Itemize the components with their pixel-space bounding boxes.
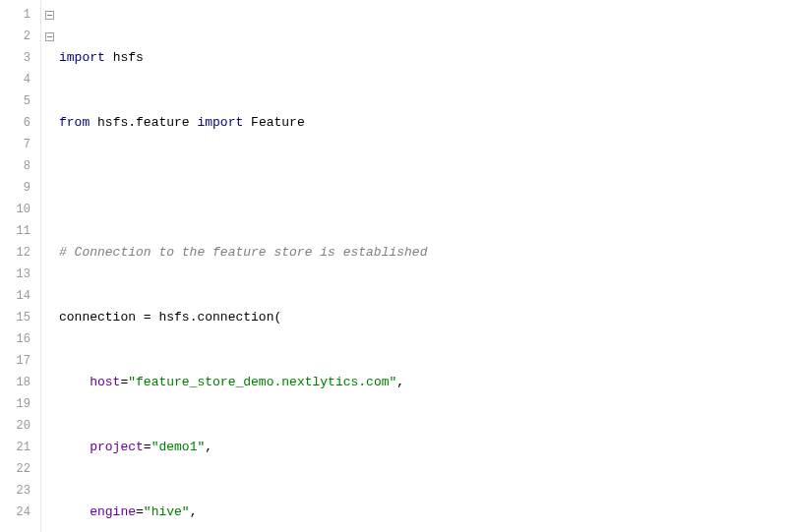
- line-number: 8: [0, 155, 30, 177]
- line-number: 21: [0, 437, 30, 458]
- line-number: 12: [0, 242, 30, 264]
- operator: =: [136, 504, 144, 519]
- punct: ,: [396, 375, 404, 389]
- line-number: 10: [0, 199, 30, 220]
- line-number: 15: [0, 307, 30, 328]
- line-number-gutter: 1 2 3 4 5 6 7 8 9 10 11 12 13 14 15 16 1…: [0, 0, 41, 532]
- operator: =: [144, 440, 151, 454]
- string: "demo1": [151, 440, 206, 454]
- identifier: connection: [59, 310, 136, 325]
- line-number: 5: [0, 90, 30, 112]
- operator: =: [136, 310, 158, 325]
- code-line: engine="hive",: [59, 502, 787, 523]
- keyword: import: [59, 50, 105, 65]
- line-number: 14: [0, 285, 30, 307]
- line-number: 24: [0, 502, 30, 523]
- keyword: from: [59, 115, 90, 130]
- line-number: 3: [0, 47, 30, 69]
- code-line: from hsfs.feature import Feature: [59, 112, 787, 134]
- keyword: import: [197, 115, 243, 130]
- code-area[interactable]: import hsfs from hsfs.feature import Fea…: [55, 0, 787, 532]
- line-number: 13: [0, 264, 30, 285]
- code-line: host="feature_store_demo.nextlytics.com"…: [59, 372, 787, 393]
- punct: ,: [205, 440, 212, 454]
- line-number: 4: [0, 69, 30, 90]
- line-number: 17: [0, 350, 30, 372]
- kwarg: engine: [90, 504, 136, 519]
- code-line: connection = hsfs.connection(: [59, 307, 787, 328]
- fold-minus-icon[interactable]: [45, 32, 54, 41]
- code-line: [59, 177, 787, 199]
- punct: ,: [190, 504, 198, 519]
- line-number: 9: [0, 177, 30, 199]
- line-number: 6: [0, 112, 30, 134]
- line-number: 16: [0, 328, 30, 350]
- code-editor: 1 2 3 4 5 6 7 8 9 10 11 12 13 14 15 16 1…: [0, 0, 787, 532]
- identifier: hsfs.feature: [97, 115, 190, 130]
- line-number: 22: [0, 458, 30, 480]
- line-number: 2: [0, 26, 30, 47]
- line-number: 19: [0, 393, 30, 415]
- call: hsfs.connection(: [158, 310, 281, 325]
- string: "hive": [144, 504, 190, 519]
- string: "feature_store_demo.nextlytics.com": [128, 375, 396, 389]
- line-number: 7: [0, 134, 30, 155]
- identifier: hsfs: [113, 50, 144, 65]
- comment: # Connection to the feature store is est…: [59, 245, 427, 260]
- line-number: 23: [0, 480, 30, 502]
- line-number: 20: [0, 415, 30, 437]
- line-number: 1: [0, 4, 30, 26]
- identifier: Feature: [251, 115, 305, 130]
- code-line: project="demo1",: [59, 437, 787, 458]
- kwarg: project: [90, 440, 144, 454]
- line-number: 11: [0, 220, 30, 242]
- fold-column: [41, 0, 55, 532]
- fold-minus-icon[interactable]: [45, 11, 54, 20]
- code-line: # Connection to the feature store is est…: [59, 242, 787, 264]
- kwarg: host: [90, 375, 120, 389]
- code-line: import hsfs: [59, 47, 787, 69]
- line-number: 18: [0, 372, 30, 393]
